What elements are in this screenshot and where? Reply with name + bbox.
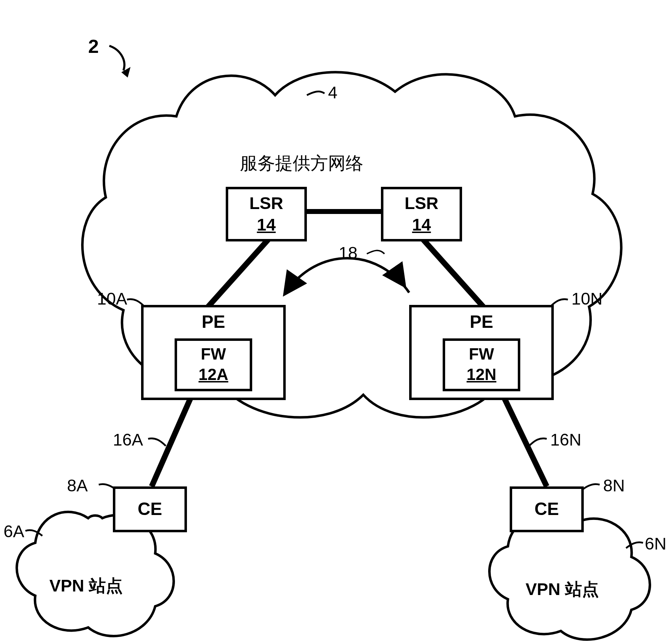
ref-16n: 16N xyxy=(550,430,581,449)
ref-8a: 8A xyxy=(67,476,88,495)
pe-left-to-ce-left xyxy=(152,398,190,486)
lsr-left-box: LSR 14 xyxy=(226,187,307,241)
fw-right-label: FW xyxy=(445,344,518,363)
ce-right-label: CE xyxy=(512,499,581,519)
ce-left-label: CE xyxy=(115,499,184,519)
ref-8n: 8N xyxy=(603,476,625,495)
ce-left-box: CE xyxy=(113,486,187,532)
ref-6a: 6A xyxy=(4,522,24,541)
leader-16n xyxy=(529,438,547,446)
vpn-left-label: VPN 站点 xyxy=(49,575,123,597)
ce-right-box: CE xyxy=(510,486,584,532)
ref-6n: 6N xyxy=(645,534,666,553)
ref-10n: 10N xyxy=(571,289,602,308)
pe-right-to-ce-right xyxy=(504,398,547,486)
figure-ref: 2 xyxy=(88,35,99,57)
fw-left-ref: 12A xyxy=(177,365,250,384)
leader-16a xyxy=(148,438,166,446)
ref-18: 18 xyxy=(339,243,357,263)
ref-16a: 16A xyxy=(113,430,143,449)
leader-8n xyxy=(582,484,600,490)
lsr-right-ref: 14 xyxy=(383,215,460,234)
lsr-right-label: LSR xyxy=(383,194,460,213)
lsr-left-ref: 14 xyxy=(228,215,304,234)
pe-left-label: PE xyxy=(144,312,283,332)
lsr-right-box: LSR 14 xyxy=(381,187,462,241)
ref-10a: 10A xyxy=(97,289,127,308)
fw-right-box: FW 12N xyxy=(443,338,520,391)
cloud-main-title: 服务提供方网络 xyxy=(240,152,363,175)
vpn-right-label: VPN 站点 xyxy=(526,578,599,601)
fw-right-ref: 12N xyxy=(445,365,518,384)
fw-left-box: FW 12A xyxy=(175,338,252,391)
cloud-vpn-right xyxy=(490,515,650,639)
ref-4: 4 xyxy=(328,83,338,102)
lsr-left-label: LSR xyxy=(228,194,304,213)
leader-2 xyxy=(109,46,125,70)
fw-left-label: FW xyxy=(177,344,250,363)
pe-right-label: PE xyxy=(412,312,551,332)
